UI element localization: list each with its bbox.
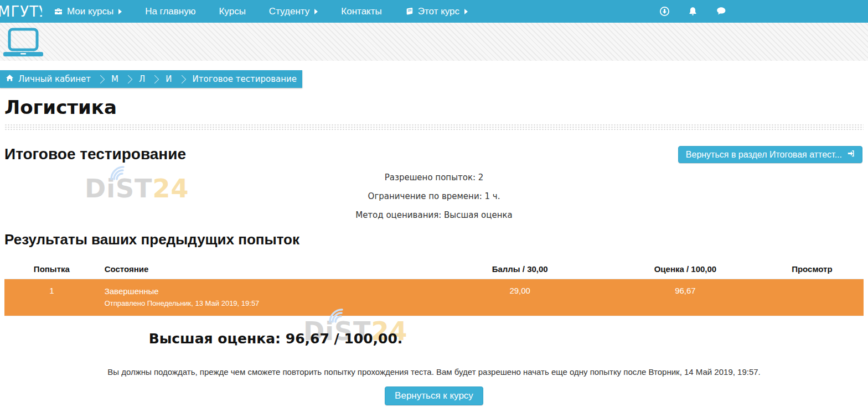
- main-content: Логистика Итоговое тестирование Вернутьс…: [0, 96, 868, 405]
- bell-icon[interactable]: [688, 7, 698, 17]
- chevron-right-icon: [151, 75, 159, 83]
- sign-in-icon: [846, 149, 855, 160]
- dotted-separator: [4, 124, 864, 131]
- menu-item-home[interactable]: На главную: [145, 6, 195, 17]
- caret-right-icon: [464, 9, 468, 14]
- col-header-marks: Баллы / 30,00: [430, 261, 610, 279]
- button-label: Вернуться к курсу: [395, 390, 473, 401]
- results-heading: Результаты ваших предыдущих попыток: [4, 231, 864, 248]
- menu-item-student[interactable]: Студенту: [269, 6, 318, 17]
- final-grade-text: Высшая оценка: 96,67 / 100,00.: [4, 331, 547, 347]
- back-to-course-button[interactable]: Вернуться к курсу: [385, 386, 483, 405]
- breadcrumb-item-current[interactable]: Итоговое тестирование: [193, 74, 297, 84]
- arrow-circle-down-icon[interactable]: [659, 6, 670, 17]
- course-title: Логистика: [4, 96, 864, 118]
- table-header-row: Попытка Состояние Баллы / 30,00 Оценка /…: [4, 261, 864, 279]
- quiz-info-block: DiST24 Разрешено попыток: 2 Ограничение …: [4, 173, 864, 220]
- button-label: Вернуться в раздел Итоговая аттест...: [686, 150, 842, 160]
- menu-label: Этот курс: [418, 6, 459, 17]
- menu-item-my-courses[interactable]: Мои курсы: [54, 6, 122, 17]
- col-header-state: Состояние: [99, 261, 430, 279]
- menu-label: Студенту: [269, 6, 309, 17]
- attempt-number-cell: 1: [4, 279, 99, 316]
- caret-right-icon: [314, 9, 318, 14]
- col-header-attempt: Попытка: [4, 261, 99, 279]
- attempts-table: Попытка Состояние Баллы / 30,00 Оценка /…: [4, 261, 864, 316]
- back-to-section-button[interactable]: Вернуться в раздел Итоговая аттест...: [678, 146, 862, 163]
- attempt-state-detail: Отправлено Понедельник, 13 Май 2019, 19:…: [105, 298, 425, 309]
- wait-message: Вы должны подождать, прежде чем сможете …: [4, 367, 864, 377]
- quiz-title: Итоговое тестирование: [4, 145, 186, 163]
- breadcrumb-label: М: [111, 74, 118, 84]
- breadcrumb: Личный кабинет М Л И Итоговое тестирован…: [0, 70, 302, 88]
- laptop-icon[interactable]: [3, 28, 43, 59]
- menu-item-contacts[interactable]: Контакты: [341, 6, 381, 17]
- breadcrumb-item-2[interactable]: Л: [139, 74, 145, 84]
- attempt-marks-cell: 29,00: [430, 279, 610, 316]
- back-course-row: Вернуться к курсу: [4, 386, 864, 405]
- quiz-header-row: Итоговое тестирование Вернуться в раздел…: [4, 145, 864, 163]
- breadcrumb-label: Л: [139, 74, 145, 84]
- attempt-state-cell: Завершенные Отправлено Понедельник, 13 М…: [99, 279, 430, 316]
- attempt-row[interactable]: 1 Завершенные Отправлено Понедельник, 13…: [4, 279, 864, 316]
- site-logo[interactable]: МГУТУ: [0, 3, 42, 20]
- col-header-review: Просмотр: [761, 261, 864, 279]
- menu-label: Контакты: [341, 6, 381, 17]
- header-band: [0, 23, 868, 61]
- col-header-grade: Оценка / 100,00: [610, 261, 761, 279]
- top-navbar: МГУТУ Мои курсы На главную Курсы Студент…: [0, 0, 868, 23]
- chevron-right-icon: [177, 75, 186, 83]
- navbar-right-icons: [659, 0, 726, 23]
- breadcrumb-label: И: [166, 74, 172, 84]
- breadcrumb-label: Итоговое тестирование: [193, 74, 297, 84]
- breadcrumb-label: Личный кабинет: [18, 74, 91, 84]
- briefcase-icon: [54, 7, 63, 16]
- grading-method-text: Метод оценивания: Высшая оценка: [4, 210, 864, 220]
- final-grade-section: DiST24 Высшая оценка: 96,67 / 100,00.: [4, 331, 547, 347]
- menu-label: Курсы: [219, 6, 245, 17]
- chat-icon[interactable]: [716, 7, 726, 16]
- home-icon: [6, 74, 14, 84]
- book-icon: [405, 7, 414, 16]
- menu-item-this-course[interactable]: Этот курс: [405, 6, 468, 17]
- menu-item-courses[interactable]: Курсы: [219, 6, 245, 17]
- breadcrumb-item-3[interactable]: И: [166, 74, 172, 84]
- breadcrumb-item-1[interactable]: М: [111, 74, 118, 84]
- main-menu: Мои курсы На главную Курсы Студенту Конт…: [42, 6, 479, 17]
- menu-label: Мои курсы: [67, 6, 113, 17]
- chevron-right-icon: [124, 75, 133, 83]
- attempt-state: Завершенные: [105, 286, 425, 297]
- time-limit-text: Ограничение по времени: 1 ч.: [4, 191, 864, 201]
- chevron-right-icon: [96, 75, 105, 83]
- attempt-review-cell: [761, 279, 864, 316]
- attempt-grade-cell: 96,67: [610, 279, 761, 316]
- menu-label: На главную: [145, 6, 195, 17]
- breadcrumb-item-dashboard[interactable]: Личный кабинет: [6, 74, 91, 84]
- attempts-allowed-text: Разрешено попыток: 2: [4, 173, 864, 182]
- caret-right-icon: [118, 9, 122, 14]
